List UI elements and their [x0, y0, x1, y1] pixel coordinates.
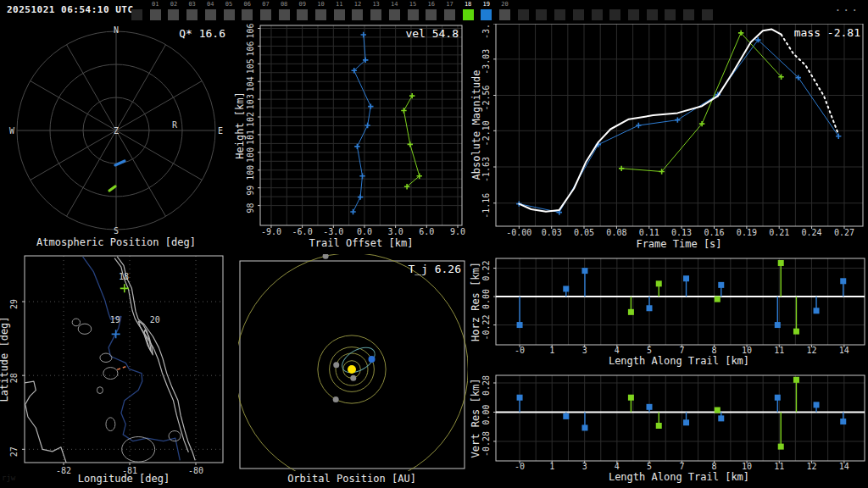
frame-thumb	[665, 9, 676, 20]
x-tick-label: 12	[806, 462, 816, 471]
frame-thumb	[481, 9, 492, 20]
frame-slot-empty	[702, 0, 713, 24]
x-tick-label: 0.05	[574, 228, 594, 237]
meteor-analysis-app: 20251021 06:54:10 UTC 010203040506070809…	[0, 0, 868, 488]
frame-slot-empty	[647, 0, 658, 24]
frame-17[interactable]: 17	[444, 0, 455, 24]
timestamp: 20251021 06:54:10 UTC	[7, 4, 134, 15]
horz_res-plot: -0134578101112140.220.00-0.22Length Alon…	[470, 258, 865, 367]
stem-marker-station-19-vert	[647, 404, 653, 410]
frame-number: 01	[150, 1, 161, 8]
x-tick-label: 1	[549, 346, 554, 355]
x-tick-label: 7	[679, 462, 684, 471]
frame-thumb	[573, 9, 584, 20]
frame-18[interactable]: 18	[463, 0, 474, 24]
series-station-19-mag	[519, 40, 838, 213]
x-tick-label: 0.24	[802, 228, 822, 237]
series-model-fit	[519, 29, 781, 211]
stem-marker-station-19-horz	[517, 322, 523, 328]
compass-e: E	[218, 126, 223, 136]
stem-marker-station-18-horz	[778, 260, 784, 266]
frame-number: 09	[297, 1, 308, 8]
frame-slot-empty	[628, 0, 639, 24]
frame-10[interactable]: 10	[315, 0, 326, 24]
frame-13[interactable]: 13	[370, 0, 381, 24]
frame-06[interactable]: 06	[242, 0, 253, 24]
data-marker	[350, 209, 355, 214]
lake	[169, 431, 181, 441]
y-tick-label: -0.22	[481, 315, 491, 341]
frame-thumb	[683, 9, 694, 20]
stem-marker-station-19-horz	[718, 282, 724, 288]
frame-thumb	[628, 9, 639, 20]
frame-thumb	[426, 9, 437, 20]
frame-thumb	[205, 9, 216, 20]
series-station-18-trail	[403, 96, 419, 186]
plot-frame	[496, 258, 865, 345]
frame-04[interactable]: 04	[205, 0, 216, 24]
lake	[78, 324, 92, 334]
meteor-streak	[115, 161, 125, 165]
frame-thumb	[444, 9, 455, 20]
x-tick-label: 3	[582, 462, 587, 471]
stem-marker-station-18-vert	[778, 444, 784, 450]
frame-05[interactable]: 05	[224, 0, 235, 24]
x-tick-label: 3.0	[388, 227, 403, 236]
frame-08[interactable]: 08	[279, 0, 290, 24]
frame-15[interactable]: 15	[408, 0, 419, 24]
x-tick-label: -3.0	[323, 227, 343, 236]
x-tick-label: 8	[712, 346, 717, 355]
frame-12[interactable]: 12	[352, 0, 363, 24]
frame-03[interactable]: 03	[186, 0, 198, 24]
frame-16[interactable]: 16	[426, 0, 437, 24]
frame-thumb	[592, 9, 603, 20]
frame-number: 03	[186, 1, 198, 8]
frame-number: 14	[389, 1, 400, 8]
data-marker	[361, 32, 366, 37]
frame-01[interactable]: 01	[150, 0, 161, 24]
polar-spoke	[67, 45, 117, 130]
x-tick-label: -80	[188, 466, 203, 475]
stem-marker-station-19-horz	[647, 305, 653, 311]
stem-marker-station-19-horz	[581, 268, 587, 274]
y-tick-label: 100	[246, 147, 255, 163]
y-axis-label: Height [km]	[234, 92, 246, 158]
frame-07[interactable]: 07	[260, 0, 271, 24]
y-tick-label: 103	[246, 94, 255, 109]
coastline	[117, 257, 195, 461]
x-tick-label: 0.0	[357, 227, 372, 236]
y-axis-label: Absolute Magnitude	[470, 69, 482, 180]
x-tick-label: 11	[774, 462, 784, 471]
frame-number: 15	[408, 1, 419, 8]
map-layers: 181920	[25, 257, 195, 463]
lake	[72, 319, 80, 326]
stem-marker-station-19-vert	[563, 413, 569, 419]
frame-number: 17	[444, 1, 455, 8]
frame-thumb	[334, 9, 345, 20]
frame-thumb	[702, 9, 713, 20]
station-label-19: 19	[110, 315, 120, 324]
stem-marker-station-19-vert	[814, 402, 820, 408]
frame-19[interactable]: 19	[481, 0, 492, 24]
x-tick-label: 14	[839, 346, 849, 355]
frame-09[interactable]: 09	[297, 0, 308, 24]
compass-s: S	[114, 226, 119, 236]
data-marker	[358, 194, 363, 199]
frame-thumb	[554, 9, 565, 20]
data-marker	[112, 330, 120, 338]
radiant-marker: R	[172, 120, 178, 130]
frame-20[interactable]: 20	[499, 0, 510, 24]
frame-number: 20	[499, 1, 510, 8]
frame-11[interactable]: 11	[334, 0, 345, 24]
data-marker	[409, 93, 415, 98]
overflow-menu[interactable]: ...	[835, 1, 860, 14]
frame-number: 18	[463, 1, 474, 8]
frame-thumb	[315, 9, 326, 20]
compass-n: N	[114, 25, 119, 35]
vert_res-plot: -0134578101112140.280.00-0.28Length Alon…	[470, 375, 865, 483]
frame-14[interactable]: 14	[389, 0, 400, 24]
frame-02[interactable]: 02	[168, 0, 179, 24]
y-tick-label: 101	[246, 130, 255, 145]
stem-marker-station-19-vert	[683, 419, 689, 425]
x-tick-label: 8	[712, 462, 717, 471]
